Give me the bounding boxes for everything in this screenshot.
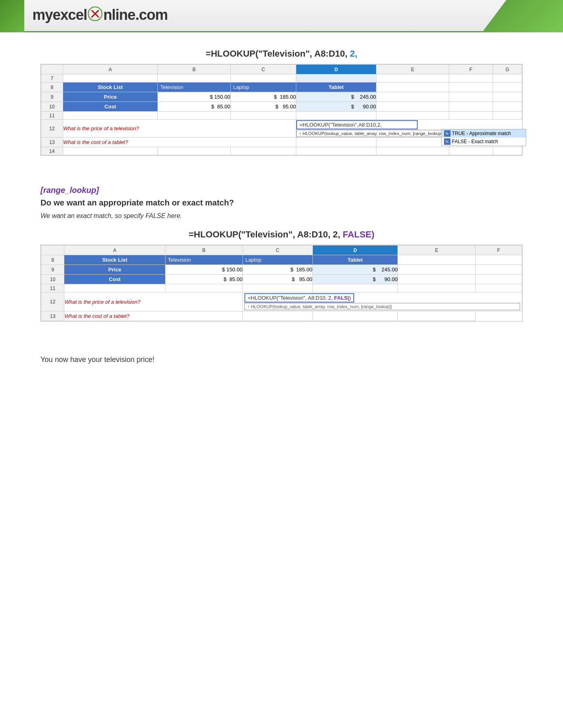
range-lookup-subtitle: Do we want an appropriate match or exact… (40, 198, 523, 207)
formula-bar-1[interactable]: =HLOOKUP("Television",A8:D10,2, (296, 120, 418, 129)
table-row-12: 12 What is the price of a television? =H… (41, 120, 522, 138)
main-content: =HLOOKUP("Television", A8:D10, 2, A B C (0, 32, 563, 380)
t2-cell-11F (475, 284, 522, 292)
option-false[interactable]: fx FALSE - Exact match (442, 138, 526, 146)
cell-13E (376, 138, 449, 147)
formula-bar-2[interactable]: =HLOOKUP("Television", A8:D10, 2, FALS|) (244, 293, 354, 303)
col-header-C: C (231, 65, 296, 74)
t2-row-num-13: 13 (41, 311, 64, 321)
cell-14D (296, 147, 376, 155)
excel-table-2: A B C D E F 8 Stock List Television Lapt… (41, 245, 522, 321)
cell-7A (63, 74, 158, 83)
cell-11A (63, 112, 158, 120)
row-num-9: 9 (41, 92, 63, 102)
t2-cell-8E (398, 255, 476, 265)
row-num-14: 14 (41, 147, 63, 155)
closing-text: You now have your television price! (40, 356, 523, 364)
col-header-F: F (449, 65, 493, 74)
t2-cell-11B (165, 284, 243, 292)
excel-table-1-wrapper: A B C D E F G 7 (40, 64, 523, 156)
cell-14B (158, 147, 231, 155)
t2-row-11: 11 (41, 284, 522, 292)
table-row-11: 11 (41, 112, 522, 120)
cell-11F (449, 112, 493, 120)
t2-cell-13-question: What is the cost of a tablet? (64, 311, 243, 321)
cell-7B (158, 74, 231, 83)
cell-9A: Price (63, 92, 158, 102)
excel-table-1: A B C D E F G 7 (41, 64, 522, 155)
col2-header-B: B (165, 245, 243, 255)
col-header-blank (41, 65, 63, 74)
cell-13D (296, 138, 376, 147)
table-row-14: 14 (41, 147, 522, 155)
row-num-12: 12 (41, 120, 63, 138)
t2-row-num-12: 12 (41, 292, 64, 311)
t2-cell-12-formula: =HLOOKUP("Television", A8:D10, 2, FALS|)… (243, 292, 522, 311)
cell-10D: $ 90.00 (296, 102, 376, 112)
range-lookup-dropdown[interactable]: fx TRUE - Approximate match fx FALSE - E… (441, 129, 526, 146)
cell-12-question: What is the price of a television? (63, 120, 296, 138)
option-false-icon: fx (444, 138, 450, 145)
col-header-B: B (158, 65, 231, 74)
table-row-9: 9 Price $ 150.00 $ 185.00 $ 245.00 (41, 92, 522, 102)
option-false-label: FALSE - Exact match (452, 139, 498, 144)
t2-cell-10C: $ 95.00 (243, 275, 312, 284)
t2-cell-10F (475, 275, 522, 284)
t2-cell-9B: $ 150.00 (165, 265, 243, 275)
cell-9F (449, 92, 493, 102)
cell-9C: $ 185.00 (231, 92, 296, 102)
t2-cell-9F (475, 265, 522, 275)
t2-cell-8A: Stock List (64, 255, 165, 265)
t2-row-num-11: 11 (41, 284, 64, 292)
cell-7F (449, 74, 493, 83)
t2-cell-9D: $ 245.00 (312, 265, 398, 275)
t2-cell-13D (243, 311, 312, 321)
t2-row-10: 10 Cost $ 85.00 $ 95.00 $ 90.00 (41, 275, 522, 284)
t2-cell-10E (398, 275, 476, 284)
t2-cell-10B: $ 85.00 (165, 275, 243, 284)
t2-cell-8B: Television (165, 255, 243, 265)
t2-row-8: 8 Stock List Television Laptop Tablet (41, 255, 522, 265)
row-num-7: 7 (41, 74, 63, 83)
cell-10A: Cost (63, 102, 158, 112)
t2-row-num-8: 8 (41, 255, 64, 265)
cell-8D: Tablet (296, 83, 376, 92)
range-lookup-title: [range_lookup] (40, 186, 523, 195)
row-num-11: 11 (41, 112, 63, 120)
logo-x-icon (88, 6, 102, 25)
col2-header-D: D (312, 245, 398, 255)
cell-11E (376, 112, 449, 120)
cell-14C (231, 147, 296, 155)
row-num-13: 13 (41, 138, 63, 147)
logo-com: com (139, 6, 168, 23)
cell-14F (449, 147, 493, 155)
col2-header-blank (41, 245, 64, 255)
cell-8F (449, 83, 493, 92)
t2-cell-12-question: What is the price of a television? (64, 292, 243, 311)
cell-9E (376, 92, 449, 102)
logo-excel: excel (53, 6, 87, 23)
option-true[interactable]: fx TRUE - Approximate match (442, 129, 526, 138)
t2-cell-9A: Price (64, 265, 165, 275)
cell-14A (63, 147, 158, 155)
cell-13-question: What is the cost of a tablet? (63, 138, 296, 147)
col-header-row: A B C D E F G (41, 65, 522, 74)
row-num-8: 8 (41, 83, 63, 92)
cell-14G (493, 147, 522, 155)
col2-header-A: A (64, 245, 165, 255)
cell-10G (493, 102, 522, 112)
col2-header-E: E (398, 245, 476, 255)
row-num-10: 10 (41, 102, 63, 112)
option-true-label: TRUE - Approximate match (452, 131, 511, 136)
table-row-7: 7 (41, 74, 522, 83)
cell-10F (449, 102, 493, 112)
t2-row-num-9: 9 (41, 265, 64, 275)
cell-7C (231, 74, 296, 83)
t2-row-num-10: 10 (41, 275, 64, 284)
t2-cell-9C: $ 185.00 (243, 265, 312, 275)
formula-heading-1: =HLOOKUP("Television", A8:D10, 2, (40, 49, 523, 59)
logo-my: my (32, 6, 53, 23)
range-lookup-body: We want an exact match, so specify FALSE… (40, 212, 523, 220)
cell-11G (493, 112, 522, 120)
formula-hint-2: ↑ HLOOKUP(lookup_value, table_array, row… (244, 303, 520, 310)
